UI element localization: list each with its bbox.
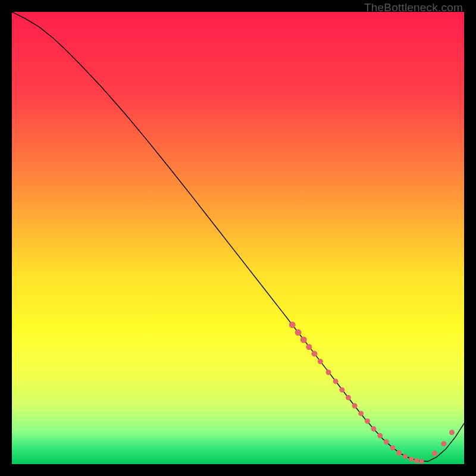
curve-marker	[409, 457, 414, 462]
curve-marker	[333, 378, 339, 384]
curve-marker	[377, 433, 383, 439]
chart-frame: TheBottleneck.com	[0, 0, 476, 476]
curve-marker	[384, 439, 389, 444]
curve-marker	[371, 426, 377, 431]
chart-svg	[12, 12, 464, 464]
curve-marker	[390, 445, 395, 450]
curve-marker	[311, 351, 317, 357]
curve-marker	[419, 459, 424, 464]
curve-marker	[403, 454, 408, 459]
curve-marker	[289, 321, 296, 328]
curve-marker	[318, 359, 323, 364]
curve-marker	[365, 418, 370, 424]
curve-marker	[414, 458, 419, 463]
curve-marker	[432, 450, 437, 456]
curve-marker	[352, 403, 358, 408]
curve-marker	[300, 337, 307, 343]
curve-marker	[339, 387, 345, 393]
curve-marker	[396, 450, 402, 456]
curve-marker	[306, 344, 312, 350]
curve-marker	[346, 395, 351, 400]
curve-marker	[441, 441, 446, 446]
curve-marker	[449, 430, 455, 435]
gradient-background	[12, 12, 464, 464]
plot-area	[12, 12, 464, 464]
curve-marker	[358, 411, 364, 416]
curve-marker	[295, 329, 302, 336]
curve-marker	[326, 369, 331, 375]
